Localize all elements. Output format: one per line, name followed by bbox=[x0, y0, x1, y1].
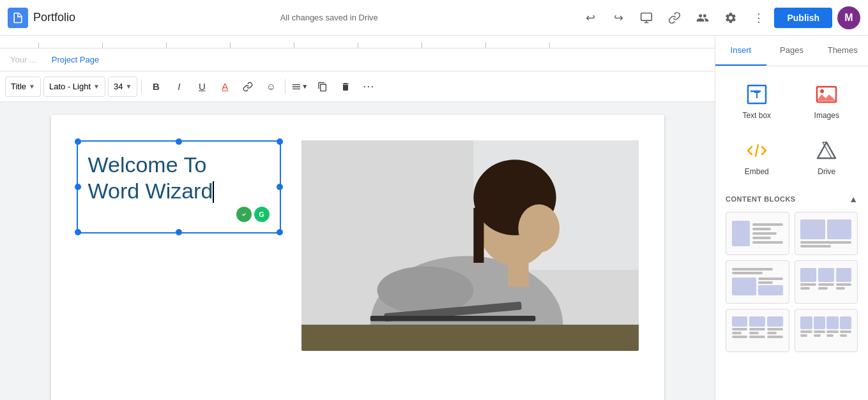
bp-img bbox=[767, 316, 783, 327]
svg-rect-9 bbox=[508, 260, 528, 287]
publish-button[interactable]: Publish bbox=[774, 8, 832, 28]
svg-marker-21 bbox=[818, 142, 835, 158]
page-content: Welcome To Word Wizard G bbox=[51, 115, 664, 400]
bp-img bbox=[827, 219, 851, 240]
text-box-tools: G bbox=[88, 207, 270, 222]
grammarly-icon[interactable] bbox=[236, 207, 252, 222]
page-canvas: Welcome To Word Wizard G bbox=[0, 102, 715, 400]
content-block-4[interactable] bbox=[795, 260, 858, 304]
content-blocks-header: CONTENT BLOCKS ▲ bbox=[726, 194, 858, 204]
ruler-mark bbox=[38, 43, 102, 48]
bp-line bbox=[752, 237, 771, 239]
font-size-value: 34 bbox=[114, 82, 123, 91]
avatar[interactable]: M bbox=[837, 6, 860, 29]
delete-button[interactable] bbox=[335, 77, 356, 97]
font-chevron: ▼ bbox=[93, 83, 100, 90]
handle-top-right[interactable] bbox=[277, 138, 283, 145]
handle-top-left[interactable] bbox=[75, 138, 81, 145]
content-block-1[interactable] bbox=[726, 212, 789, 255]
text-line-1: Welcome To bbox=[88, 152, 270, 178]
tab-pages[interactable]: Pages bbox=[766, 36, 818, 66]
handle-mid-right[interactable] bbox=[277, 184, 283, 190]
handle-bottom-left[interactable] bbox=[75, 229, 81, 235]
font-color-button[interactable]: A bbox=[215, 77, 235, 97]
handle-bottom-right[interactable] bbox=[277, 229, 283, 235]
content-block-3[interactable] bbox=[726, 260, 789, 304]
svg-line-20 bbox=[756, 145, 758, 156]
page-image bbox=[301, 140, 639, 351]
emoji-button[interactable]: ☺ bbox=[261, 77, 281, 97]
bp-lines bbox=[752, 223, 783, 244]
save-status: All changes saved in Drive bbox=[86, 13, 572, 22]
bold-button[interactable]: B bbox=[146, 77, 166, 97]
ruler-mark bbox=[166, 43, 230, 48]
text-style-select[interactable]: Title ▼ bbox=[5, 77, 41, 97]
content-block-5[interactable] bbox=[726, 309, 789, 352]
bp-line bbox=[752, 223, 783, 226]
underline-button[interactable]: U bbox=[192, 77, 212, 97]
toolbar-divider-1 bbox=[141, 79, 142, 94]
link-button[interactable] bbox=[662, 5, 687, 31]
text-box[interactable]: Welcome To Word Wizard G bbox=[77, 140, 281, 233]
link-insert-button[interactable] bbox=[238, 77, 258, 97]
svg-rect-7 bbox=[473, 208, 483, 263]
sidebar: Insert Pages Themes T bbox=[715, 36, 868, 400]
ruler-marks bbox=[0, 36, 715, 48]
text-toolbar: Title ▼ Lato - Light ▼ 34 ▼ B I U A ☺ bbox=[0, 71, 715, 102]
undo-button[interactable]: ↩ bbox=[577, 5, 603, 31]
tab-themes[interactable]: Themes bbox=[817, 36, 868, 66]
document-title: Portfolio bbox=[33, 11, 75, 24]
font-select[interactable]: Lato - Light ▼ bbox=[43, 77, 105, 97]
text-box-content[interactable]: Welcome To Word Wizard bbox=[88, 152, 270, 204]
handle-top-mid[interactable] bbox=[176, 138, 182, 145]
bp-img bbox=[840, 316, 851, 329]
more-options-button[interactable]: ⋮ bbox=[746, 5, 772, 31]
ruler-mark bbox=[485, 43, 549, 48]
more-toolbar-button[interactable]: ··· bbox=[358, 77, 379, 97]
font-size-select[interactable]: 34 ▼ bbox=[108, 77, 137, 97]
drive-icon bbox=[814, 138, 839, 163]
handle-mid-left[interactable] bbox=[75, 184, 81, 190]
svg-point-19 bbox=[820, 89, 824, 93]
insert-drive[interactable]: Drive bbox=[796, 133, 858, 181]
content-block-2[interactable] bbox=[795, 212, 858, 255]
redo-button[interactable]: ↪ bbox=[605, 5, 631, 31]
text-box-icon: T bbox=[744, 82, 770, 107]
content-block-6[interactable] bbox=[795, 309, 858, 352]
nav-tab-project[interactable]: Project Page bbox=[52, 55, 99, 64]
text-cursor bbox=[213, 181, 214, 203]
block-preview-6 bbox=[798, 314, 854, 348]
insert-text-box[interactable]: T Text box bbox=[726, 77, 788, 125]
share-button[interactable] bbox=[690, 5, 715, 31]
collapse-button[interactable]: ▲ bbox=[849, 194, 858, 204]
main-layout: Your ... Project Page Title ▼ Lato - Lig… bbox=[0, 36, 868, 400]
embed-label: Embed bbox=[745, 167, 769, 176]
svg-rect-0 bbox=[641, 13, 652, 20]
align-button[interactable]: ▼ bbox=[289, 77, 310, 97]
preview-button[interactable] bbox=[634, 5, 659, 31]
handle-bottom-mid[interactable] bbox=[176, 229, 182, 235]
bp-img bbox=[800, 316, 812, 329]
nav-tab-partial[interactable]: Your ... bbox=[10, 55, 36, 64]
italic-button[interactable]: I bbox=[169, 77, 189, 97]
settings-button[interactable] bbox=[718, 5, 743, 31]
block-preview-5 bbox=[729, 314, 786, 348]
bp-img bbox=[732, 278, 756, 295]
images-label: Images bbox=[814, 111, 839, 120]
bp-img bbox=[732, 316, 748, 327]
copy-button[interactable] bbox=[312, 77, 333, 97]
toolbar-divider-2 bbox=[285, 79, 286, 94]
text-style-chevron: ▼ bbox=[29, 83, 35, 90]
ruler-mark bbox=[102, 43, 166, 48]
insert-embed[interactable]: Embed bbox=[726, 133, 788, 181]
sidebar-tabs: Insert Pages Themes bbox=[715, 36, 868, 66]
tab-insert[interactable]: Insert bbox=[715, 36, 766, 66]
bp-img bbox=[826, 316, 838, 329]
block-preview-2 bbox=[798, 217, 854, 251]
ruler-mark bbox=[294, 43, 358, 48]
grammarly-g-icon[interactable]: G bbox=[254, 207, 270, 222]
insert-images[interactable]: Images bbox=[796, 77, 858, 125]
font-value: Lato - Light bbox=[49, 82, 91, 91]
block-preview-3 bbox=[729, 265, 786, 299]
ruler bbox=[0, 36, 715, 48]
